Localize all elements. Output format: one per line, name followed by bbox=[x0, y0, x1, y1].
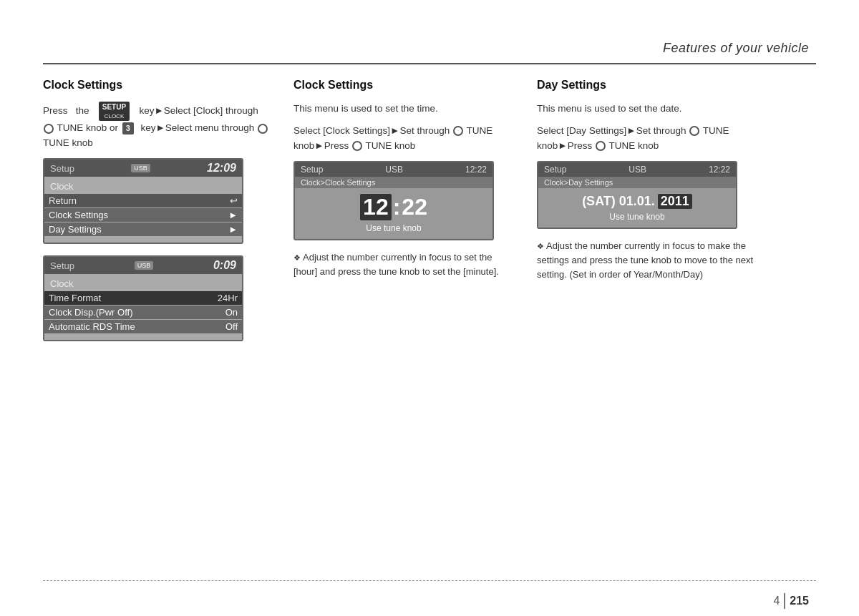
main-content: Clock Settings Press the SETUPCLOCK key►… bbox=[43, 64, 816, 580]
col1-section-title: Clock Settings bbox=[43, 79, 272, 92]
clock-time-display: 12 : 22 bbox=[301, 194, 487, 220]
date-screen: Setup USB 12:22 Clock>Day Settings (SAT)… bbox=[537, 161, 737, 229]
page-number: 215 bbox=[790, 595, 809, 607]
date-screen-breadcrumb: Clock>Day Settings bbox=[538, 177, 736, 188]
screen1-clock-settings-label: Clock Settings bbox=[49, 210, 108, 220]
page-section: 4 bbox=[773, 595, 780, 607]
screen2-body: Clock Time Format 24Hr Clock Disp.(Pwr O… bbox=[44, 274, 242, 340]
col3-note: Adjust the number currently in focus to … bbox=[537, 239, 773, 282]
screen1-clock-settings-arrow: ► bbox=[228, 210, 238, 220]
screen1-body: Clock Return ↩ Clock Settings ► Day Sett… bbox=[44, 177, 242, 243]
date-year-highlight: 2011 bbox=[658, 194, 692, 209]
screen2-row-rds: Automatic RDS Time Off bbox=[44, 320, 242, 333]
page-footer: 4 215 bbox=[0, 580, 859, 616]
clock-separator: : bbox=[393, 194, 401, 220]
screen1-setup-label: Setup bbox=[50, 163, 74, 174]
col1-intro-para: Press the SETUPCLOCK key►Select [Clock] … bbox=[43, 102, 272, 151]
screen1: Setup USB 12:09 Clock Return ↩ Clock Set… bbox=[43, 158, 243, 244]
screen2: Setup USB 0:09 Clock Time Format 24Hr Cl… bbox=[43, 255, 243, 341]
col3-tune-knob-icon2 bbox=[596, 141, 606, 151]
col2-instruction: Select [Clock Settings]►Set through TUNE… bbox=[293, 124, 515, 154]
clock-screen-breadcrumb: Clock>Clock Settings bbox=[295, 177, 492, 188]
col-day-settings: Day Settings This menu is used to set th… bbox=[530, 64, 773, 580]
screen2-row-clock-disp: Clock Disp.(Pwr Off) On bbox=[44, 305, 242, 319]
col3-tune-knob-icon bbox=[689, 126, 699, 136]
col-clock-settings-left: Clock Settings Press the SETUPCLOCK key►… bbox=[43, 64, 286, 580]
date-screen-body: (SAT) 01.01. 2011 Use tune knob bbox=[538, 188, 736, 228]
clock-use-tune-knob: Use tune knob bbox=[301, 223, 487, 233]
screen1-row-clock: Clock bbox=[50, 180, 236, 193]
screen2-time: 0:09 bbox=[213, 259, 236, 272]
page-number-block: 4 215 bbox=[773, 593, 809, 609]
num-badge: 3 bbox=[122, 122, 134, 135]
date-use-tune-knob: Use tune knob bbox=[544, 212, 730, 222]
screen1-row-return: Return ↩ bbox=[44, 194, 242, 207]
screen2-time-format-value: 24Hr bbox=[218, 293, 238, 303]
screen2-row-clock: Clock bbox=[50, 277, 236, 290]
tune-knob-icon2 bbox=[258, 124, 268, 134]
clock-screen-usb-badge: USB bbox=[385, 165, 403, 175]
tune-knob-icon bbox=[44, 124, 54, 134]
clock-screen-setup-label: Setup bbox=[301, 165, 323, 175]
page-title: Features of your vehicle bbox=[663, 41, 809, 56]
col3-section-title: Day Settings bbox=[537, 79, 773, 92]
date-screen-usb-badge: USB bbox=[629, 165, 646, 175]
clock-minute: 22 bbox=[402, 194, 427, 220]
clock-screen: Setup USB 12:22 Clock>Clock Settings 12 … bbox=[293, 161, 494, 240]
screen1-day-settings-label: Day Settings bbox=[49, 224, 102, 235]
screen1-return-label: Return bbox=[49, 195, 77, 206]
clock-screen-time: 12:22 bbox=[465, 165, 487, 175]
date-screen-time: 12:22 bbox=[709, 165, 730, 175]
col2-note: Adjust the number currently in focus to … bbox=[293, 250, 515, 279]
screen2-setup-label: Setup bbox=[50, 260, 74, 271]
col2-section-title: Clock Settings bbox=[293, 79, 515, 92]
date-prefix: (SAT) 01.01. bbox=[582, 194, 655, 209]
screen2-rds-value: Off bbox=[225, 321, 238, 332]
setup-badge: SETUPCLOCK bbox=[99, 102, 130, 121]
screen1-time: 12:09 bbox=[207, 162, 236, 175]
screen1-return-icon: ↩ bbox=[230, 195, 238, 206]
clock-screen-body: 12 : 22 Use tune knob bbox=[295, 188, 492, 239]
screen2-header: Setup USB 0:09 bbox=[44, 257, 242, 274]
col3-description: This menu is used to set the date. bbox=[537, 102, 773, 117]
page-divider bbox=[784, 593, 785, 609]
screen2-clock-disp-value: On bbox=[225, 307, 238, 318]
screen2-time-format-label: Time Format bbox=[49, 293, 101, 303]
screen2-usb-badge: USB bbox=[135, 261, 154, 270]
screen1-usb-badge: USB bbox=[131, 164, 150, 172]
screen2-rds-label: Automatic RDS Time bbox=[49, 321, 135, 332]
clock-screen-header: Setup USB 12:22 bbox=[295, 162, 492, 177]
screen1-row-day-settings: Day Settings ► bbox=[44, 223, 242, 236]
date-screen-setup-label: Setup bbox=[544, 165, 566, 175]
footer-line bbox=[43, 580, 816, 581]
col3-instruction: Select [Day Settings]►Set through TUNE k… bbox=[537, 124, 773, 154]
date-screen-header: Setup USB 12:22 bbox=[538, 162, 736, 177]
col-clock-settings-center: Clock Settings This menu is used to set … bbox=[286, 64, 530, 580]
screen1-row-clock-settings: Clock Settings ► bbox=[44, 208, 242, 222]
screen2-row-time-format: Time Format 24Hr bbox=[44, 291, 242, 305]
screen1-header: Setup USB 12:09 bbox=[44, 160, 242, 177]
col2-description: This menu is used to set the time. bbox=[293, 102, 515, 117]
date-display: (SAT) 01.01. 2011 bbox=[544, 194, 730, 209]
col2-tune-knob-icon bbox=[453, 126, 463, 136]
col2-tune-knob-icon2 bbox=[352, 141, 362, 151]
screen2-clock-disp-label: Clock Disp.(Pwr Off) bbox=[49, 307, 133, 318]
clock-hour: 12 bbox=[360, 194, 392, 220]
page-header: Features of your vehicle bbox=[0, 0, 859, 64]
screen1-day-settings-arrow: ► bbox=[228, 224, 238, 235]
